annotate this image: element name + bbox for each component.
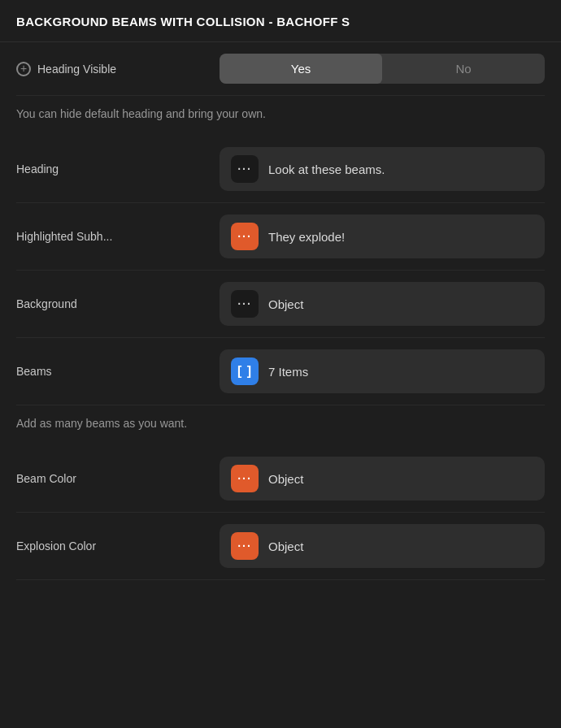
field-button-beam-color[interactable]: ···Object <box>220 457 545 500</box>
field-row-highlighted-subh: Highlighted Subh...···They explode! <box>16 203 545 271</box>
heading-visible-label: Heading Visible <box>16 62 220 76</box>
field-row-beams: Beams[ ]7 Items <box>16 338 545 405</box>
field-control-explosion-color: ···Object <box>220 524 545 568</box>
field-control-highlighted-subh: ···They explode! <box>220 214 545 258</box>
field-row-beam-color: Beam Color···Object <box>16 445 545 513</box>
field-description-beams: Add as many beams as you want. <box>16 405 545 445</box>
field-button-highlighted-subh[interactable]: ···They explode! <box>220 214 545 258</box>
yes-button[interactable]: Yes <box>220 54 382 84</box>
yes-no-toggle[interactable]: Yes No <box>220 54 545 84</box>
field-value-beam-color: Object <box>268 472 303 486</box>
field-icon-heading: ··· <box>231 155 259 183</box>
field-label-beam-color: Beam Color <box>16 472 220 485</box>
page-title: BACKGROUND BEAMS WITH COLLISION - BACHOF… <box>0 0 561 42</box>
heading-visible-row: Heading Visible Yes No <box>16 42 545 96</box>
no-button[interactable]: No <box>382 54 545 84</box>
dots-icon: ··· <box>237 540 252 552</box>
field-button-beams[interactable]: [ ]7 Items <box>220 349 545 393</box>
field-control-background: ···Object <box>220 282 545 326</box>
field-row-heading: Heading···Look at these beams. <box>16 136 545 203</box>
heading-visible-description: You can hide default heading and bring y… <box>16 96 545 136</box>
field-value-heading: Look at these beams. <box>268 162 385 176</box>
field-value-beams: 7 Items <box>268 365 308 379</box>
dots-icon: ··· <box>237 472 252 485</box>
dots-icon: ··· <box>237 230 252 243</box>
add-icon[interactable] <box>16 62 31 76</box>
field-row-explosion-color: Explosion Color···Object <box>16 513 545 580</box>
field-value-background: Object <box>268 297 303 311</box>
dots-icon: ··· <box>237 297 252 310</box>
field-row-background: Background···Object <box>16 271 545 338</box>
field-control-heading: ···Look at these beams. <box>220 147 545 191</box>
field-icon-explosion-color: ··· <box>231 532 259 560</box>
settings-section: Heading Visible Yes No You can hide defa… <box>0 42 561 136</box>
field-value-highlighted-subh: They explode! <box>268 230 345 244</box>
field-control-beam-color: ···Object <box>220 457 545 500</box>
field-icon-background: ··· <box>231 290 259 318</box>
field-label-explosion-color: Explosion Color <box>16 540 220 552</box>
field-label-background: Background <box>16 297 220 310</box>
field-control-beams: [ ]7 Items <box>220 349 545 393</box>
dots-icon: ··· <box>237 162 252 176</box>
field-icon-highlighted-subh: ··· <box>231 223 259 250</box>
field-icon-beams: [ ] <box>231 358 259 385</box>
field-label-highlighted-subh: Highlighted Subh... <box>16 230 220 243</box>
field-value-explosion-color: Object <box>268 540 303 553</box>
fields-section: Heading···Look at these beams.Highlighte… <box>0 136 561 580</box>
field-label-beams: Beams <box>16 365 220 378</box>
field-icon-beam-color: ··· <box>231 465 259 492</box>
field-label-heading: Heading <box>16 162 220 176</box>
field-button-heading[interactable]: ···Look at these beams. <box>220 147 545 191</box>
field-button-explosion-color[interactable]: ···Object <box>220 524 545 568</box>
bracket-icon: [ ] <box>237 364 252 379</box>
heading-visible-control: Yes No <box>220 54 545 84</box>
field-button-background[interactable]: ···Object <box>220 282 545 326</box>
